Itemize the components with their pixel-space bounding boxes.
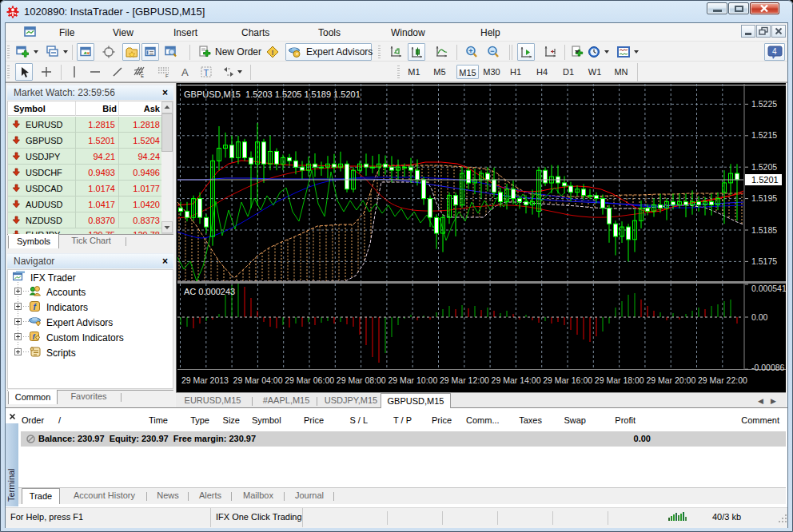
svg-text:1.5205: 1.5205 (751, 162, 777, 172)
svg-text:29 Mar 16:00: 29 Mar 16:00 (543, 375, 592, 385)
svg-text:29 Mar 12:00: 29 Mar 12:00 (440, 375, 489, 385)
svg-text:29 Mar 10:00: 29 Mar 10:00 (388, 375, 437, 385)
svg-text:29 Mar 08:00: 29 Mar 08:00 (337, 375, 386, 385)
svg-text:-0.00086: -0.00086 (751, 363, 785, 372)
svg-text:4: 4 (772, 47, 777, 56)
svg-text:0.000541: 0.000541 (751, 284, 786, 293)
svg-text:E: E (141, 73, 144, 78)
svg-text:1.5201: 1.5201 (751, 175, 779, 185)
svg-text:29 Mar 06:00: 29 Mar 06:00 (285, 375, 334, 385)
svg-text:29 Mar 20:00: 29 Mar 20:00 (646, 375, 695, 385)
svg-text:T: T (204, 68, 209, 77)
svg-text:0.00: 0.00 (751, 312, 768, 322)
svg-text:29 Mar 18:00: 29 Mar 18:00 (595, 375, 644, 385)
svg-text:1.5195: 1.5195 (751, 193, 777, 203)
svg-text:AC 0.000243: AC 0.000243 (184, 287, 235, 296)
svg-text:A: A (181, 66, 189, 78)
svg-text:29 Mar 2013: 29 Mar 2013 (181, 375, 229, 385)
svg-text:F: F (165, 73, 169, 78)
svg-text:1.5175: 1.5175 (751, 256, 777, 266)
svg-text:!: ! (272, 49, 274, 57)
svg-text:29 Mar 14:00: 29 Mar 14:00 (492, 375, 541, 385)
svg-text:GBPUSD,M15 1.5203 1.5205 1.51: GBPUSD,M15 1.5203 1.5205 1.5189 1.5201 (184, 89, 361, 99)
svg-text:29 Mar 04:00: 29 Mar 04:00 (233, 375, 283, 385)
svg-text:1.5225: 1.5225 (751, 99, 777, 109)
svg-text:1.5215: 1.5215 (751, 130, 777, 140)
svg-text:−: − (490, 47, 494, 55)
svg-text:29 Mar 22:00: 29 Mar 22:00 (698, 375, 747, 385)
svg-text:+: + (468, 47, 472, 55)
svg-text:1.5185: 1.5185 (751, 225, 777, 235)
